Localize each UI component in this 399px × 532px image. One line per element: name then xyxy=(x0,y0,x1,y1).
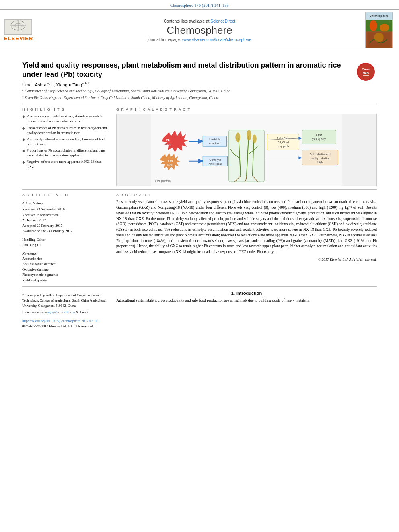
svg-text:Low: Low xyxy=(316,134,322,137)
graphical-abstract-image: Pb toxicity RAS PBDAL xyxy=(116,114,377,186)
journal-cover-image: Chemosphere xyxy=(365,12,393,48)
article-info-heading: A R T I C L E I N F O xyxy=(22,193,111,197)
handling-editor-section: Handling Editor: Jian-Ying Hu xyxy=(22,237,111,248)
bullet-3: ◆ xyxy=(22,137,25,142)
separator-line xyxy=(22,104,377,104)
svg-text:RAS: RAS xyxy=(168,160,173,162)
intro-text: Agricultural sustainability, crop produc… xyxy=(116,298,377,304)
keywords-label: Keywords: xyxy=(22,251,111,255)
sciencedirect-line: Contents lists available at ScienceDirec… xyxy=(39,19,360,23)
keyword-2: Anti-oxidative defence xyxy=(22,261,111,267)
highlight-item-4: ◆ Proportions of Pb accumulation in diff… xyxy=(22,148,111,158)
svg-text:High: High xyxy=(317,161,323,164)
footnote-separator xyxy=(22,291,75,291)
highlights-column: H I G H L I G H T S ◆ Pb stress causes o… xyxy=(22,107,111,186)
introduction-column: 1. Introduction Agricultural sustainabil… xyxy=(116,291,377,328)
copyright-line: © 2017 Elsevier Ltd. All rights reserved… xyxy=(116,257,377,261)
journal-citation: Chemosphere 176 (2017) 141–155 xyxy=(0,0,399,9)
keyword-4: Photosynthetic pigments xyxy=(22,272,111,278)
journal-center-info: Contents lists available at ScienceDirec… xyxy=(39,19,360,42)
author-2-superscript: a, b, * xyxy=(82,82,89,85)
svg-point-33 xyxy=(253,135,257,144)
keyword-1: Aromatic rice xyxy=(22,256,111,262)
highlight-item-3: ◆ Pb-toxicity reduced above ground dry b… xyxy=(22,137,111,146)
svg-text:Antioxidant: Antioxidant xyxy=(209,162,222,165)
article-info-column: A R T I C L E I N F O Article history: R… xyxy=(22,193,111,283)
affiliation-1: a Department of Crop Science and Technol… xyxy=(22,88,377,94)
highlight-item-2: ◆ Consequences of Pb stress mimics in re… xyxy=(22,125,111,135)
email-link[interactable]: tangcr@scau.edu.cn xyxy=(44,310,74,314)
article-container: Yield and quality responses, plant metab… xyxy=(0,51,399,336)
available-date: Available online 24 February 2017 xyxy=(22,228,111,234)
svg-point-8 xyxy=(380,23,389,31)
keywords-section: Keywords: Aromatic rice Anti-oxidative d… xyxy=(22,251,111,283)
svg-text:condition: condition xyxy=(209,142,220,145)
svg-text:0 Pb (control): 0 Pb (control) xyxy=(155,179,171,183)
svg-text:Osmolyte: Osmolyte xyxy=(209,158,221,162)
author-1-superscript: a, b xyxy=(48,82,53,85)
elsevier-logo: ELSEVIER xyxy=(4,19,36,41)
highlights-abstract-row: H I G H L I G H T S ◆ Pb stress causes o… xyxy=(22,107,377,186)
separator-line-2 xyxy=(22,189,377,190)
svg-point-32 xyxy=(247,130,251,141)
bullet-4: ◆ xyxy=(22,148,25,153)
accepted-date: Accepted 20 February 2017 xyxy=(22,223,111,229)
keyword-5: Yield and quality xyxy=(22,278,111,283)
handling-editor-label: Handling Editor: xyxy=(22,237,111,243)
crossmark-badge[interactable]: Cross Mark xyxy=(355,61,377,83)
received-revised-label: Received in revised form xyxy=(22,212,111,218)
svg-text:PBDAL: PBDAL xyxy=(167,164,173,166)
issn-line: 0045-6535/© 2017 Elsevier Ltd. All right… xyxy=(22,324,111,328)
sciencedirect-link[interactable]: ScienceDirect xyxy=(210,19,235,23)
journal-title: Chemosphere xyxy=(39,24,360,37)
svg-rect-38 xyxy=(302,130,336,144)
svg-rect-23 xyxy=(203,136,226,147)
abstract-text: Present study was planned to assess the … xyxy=(116,199,377,255)
sciencedirect-prefix: Contents lists available at xyxy=(164,19,209,23)
authors-line: Umair Ashrafa, b , Xiangru Tanga, b, * xyxy=(22,82,377,87)
elsevier-logo-image xyxy=(4,19,32,35)
svg-point-7 xyxy=(370,20,378,31)
svg-point-31 xyxy=(235,133,240,142)
email-line: E-mail address: tangcr@scau.edu.cn (X. T… xyxy=(22,310,111,315)
paper-title: Yield and quality responses, plant metab… xyxy=(22,61,377,80)
author-1: Umair Ashraf xyxy=(22,82,48,87)
svg-text:crop parts: crop parts xyxy=(278,145,289,148)
highlights-heading: H I G H L I G H T S xyxy=(22,107,111,111)
abstract-column: A B S T R A C T Present study was planne… xyxy=(116,193,377,283)
email-label: E-mail address: xyxy=(22,310,43,314)
corresponding-note: * Corresponding author. Department of Cr… xyxy=(22,293,111,308)
email-suffix: (X. Tang). xyxy=(74,310,88,314)
svg-text:Mark: Mark xyxy=(362,72,369,74)
graphical-abstract-heading: G R A P H I C A L A B S T R A C T xyxy=(116,107,377,111)
abstract-heading: A B S T R A C T xyxy=(116,193,377,197)
svg-text:Unstable: Unstable xyxy=(209,138,220,141)
intro-heading: 1. Introduction xyxy=(116,291,377,296)
svg-text:yield quality: yield quality xyxy=(312,138,326,141)
svg-point-10 xyxy=(374,33,383,42)
author-2: , Xiangru Tang xyxy=(53,82,82,87)
bullet-2: ◆ xyxy=(22,126,25,131)
homepage-label: journal homepage: xyxy=(148,37,181,42)
homepage-link[interactable]: www.elsevier.com/locate/chemosphere xyxy=(182,37,251,42)
info-abstract-row: A R T I C L E I N F O Article history: R… xyxy=(22,193,377,283)
doi-link[interactable]: http://dx.doi.org/10.1016/j.chemosphere.… xyxy=(22,319,99,323)
affiliation-2: b Scientific Observing and Experimental … xyxy=(22,95,377,101)
highlight-item-5: ◆ Negative effects were more apparent in… xyxy=(22,159,111,169)
history-label: Article history: xyxy=(22,201,111,205)
footnotes-column: * Corresponding author. Department of Cr… xyxy=(22,291,111,328)
cover-title: Chemosphere xyxy=(366,12,392,20)
doi-line: http://dx.doi.org/10.1016/j.chemosphere.… xyxy=(22,318,111,323)
journal-header: ELSEVIER Contents lists available at Sci… xyxy=(0,9,399,51)
revised-date: 21 January 2017 xyxy=(22,218,111,223)
svg-text:Cross: Cross xyxy=(362,68,370,71)
svg-text:quality reduction: quality reduction xyxy=(311,157,330,160)
graphical-abstract-column: G R A P H I C A L A B S T R A C T Pb tox… xyxy=(116,107,377,186)
bullet-5: ◆ xyxy=(22,160,25,164)
svg-text:Cd, Cl, all: Cd, Cl, all xyxy=(278,141,289,144)
homepage-line: journal homepage: www.elsevier.com/locat… xyxy=(39,37,360,42)
svg-text:Soil reduction and: Soil reduction and xyxy=(310,153,331,156)
svg-rect-0 xyxy=(5,20,31,34)
crossmark-icon: Cross Mark xyxy=(357,63,375,81)
journal-cover: Chemosphere xyxy=(363,12,395,48)
